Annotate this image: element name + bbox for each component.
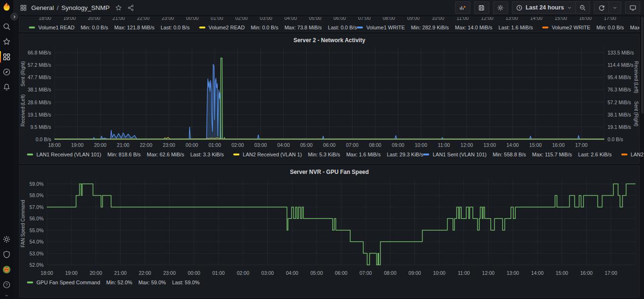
network-plot-area[interactable] (54, 45, 604, 142)
sidebar-item-alerting[interactable] (0, 80, 13, 95)
legend-stat-last: Last: 0.0 B/s (328, 25, 357, 30)
x-tick-label: 00:00 (186, 17, 198, 21)
panel-title[interactable]: Server NVR - GPU Fan Speed (19, 166, 639, 177)
x-tick-label: 01:00 (209, 142, 221, 148)
legend-stat-max: Max: 1.6 MiB/s (346, 152, 381, 157)
legend-stat-last: Last: 59.0% (172, 280, 200, 285)
x-tick-label: 23:00 (161, 17, 174, 21)
dashboard-settings-button[interactable] (493, 1, 508, 14)
compass-icon (2, 68, 11, 76)
breadcrumb-folder[interactable]: General (31, 4, 54, 11)
sidebar-item-configuration[interactable] (0, 232, 13, 247)
star-dashboard-icon[interactable] (115, 4, 122, 11)
sidebar-item-dashboards[interactable] (0, 49, 13, 64)
gpu-y-axis-ticks: 59.0%58.0%57.0%56.0%55.0%54.0%53.0%52.0% (26, 177, 47, 270)
x-tick-label: 09:00 (408, 270, 421, 276)
legend-series-name: LAN1 Received (VLAN 101) (36, 152, 101, 157)
breadcrumb-dashboard-title[interactable]: Synology_SNMP (62, 4, 110, 11)
x-tick-label: 22:00 (139, 270, 151, 276)
x-tick-label: 02:00 (231, 142, 244, 148)
x-tick-label: 18:00 (39, 17, 51, 21)
volume-x-axis: 18:0019:0020:0021:0022:0023:0000:0001:00… (45, 17, 635, 22)
x-tick-label: 19:00 (65, 270, 78, 276)
legend-stat-last: Last: 2.6 KiB/s (578, 152, 612, 157)
legend-item[interactable]: LAN1 Received (VLAN 101)Min: 818.6 B/sMa… (27, 152, 224, 157)
y-tick-label: 19.1 MiB/s (27, 112, 51, 118)
add-panel-button[interactable] (455, 1, 470, 14)
sidebar-item-server-admin[interactable] (0, 247, 13, 262)
sidebar-scroll-more[interactable] (0, 292, 13, 299)
y-tick-label: 28.6 MiB/s (27, 100, 51, 105)
y-tick-label: 133.5 MiB/s (608, 50, 634, 55)
x-tick-label: 03:00 (261, 270, 273, 276)
refresh-interval-dropdown[interactable] (609, 1, 621, 14)
x-tick-label: 14:00 (506, 142, 519, 148)
x-tick-label: 08:00 (383, 17, 395, 21)
y-tick-label: 57.2 MiB/s (608, 100, 631, 105)
x-tick-label: 13:00 (484, 142, 496, 148)
clock-icon (516, 4, 523, 11)
grafana-logo[interactable] (1, 2, 12, 12)
legend-swatch (27, 154, 33, 155)
svg-text:?: ? (6, 282, 8, 287)
navbar-actions: Last 24 hours (455, 1, 640, 14)
x-tick-label: 11:00 (458, 270, 470, 276)
x-tick-label: 02:00 (235, 17, 247, 21)
settings-gear-icon (497, 4, 504, 11)
gpu-plot-area[interactable] (47, 177, 635, 270)
help-icon: ? (2, 281, 11, 289)
sidebar-item-search[interactable] (0, 19, 13, 34)
x-tick-label: 17:00 (605, 270, 617, 276)
chevron-down-icon (612, 5, 618, 10)
x-tick-label: 16:00 (579, 17, 591, 21)
legend-stat-min: Min: 52.0% (106, 280, 132, 285)
x-tick-label: 10:00 (415, 142, 427, 148)
x-tick-label: 08:00 (369, 142, 381, 148)
save-icon (478, 4, 485, 11)
breadcrumb-separator: / (57, 4, 59, 11)
sidebar: ? (0, 0, 13, 299)
legend-stat-max: Max: 115.7 MiB/s (532, 152, 572, 157)
sidebar-expand-button[interactable] (10, 13, 18, 20)
save-dashboard-button[interactable] (474, 1, 489, 14)
user-avatar[interactable] (0, 262, 13, 277)
refresh-button[interactable] (594, 1, 609, 14)
legend-swatch (357, 27, 363, 28)
legend-item[interactable]: GPU Fan Speed CommandMin: 52.0%Max: 59.0… (27, 280, 200, 285)
legend-swatch (233, 154, 239, 155)
panel-network-activity: Server 2 - Network Activity Received (Le… (19, 34, 640, 164)
legend-stat-max: Max: 73.8 MiB/s (284, 25, 322, 30)
y-tick-label: 57.0% (29, 204, 44, 210)
x-tick-label: 18:00 (48, 142, 61, 148)
x-tick-label: 23:00 (163, 270, 176, 276)
legend-stat-min: Min: 558.8 B/s (493, 152, 526, 157)
sidebar-item-help[interactable]: ? (0, 277, 13, 292)
legend-item[interactable]: LAN1 Sent (VLAN 101)Min: 558.8 B/sMax: 1… (423, 152, 611, 157)
cycle-view-mode-button[interactable] (625, 1, 640, 14)
legend-item[interactable]: Volume1 READMin: 0.0 B/sMax: 121.8 MiB/s… (29, 25, 190, 30)
network-right-axis-label: Received (Left) Sent (Right) (633, 45, 639, 142)
legend-swatch (29, 27, 35, 28)
x-tick-label: 12:00 (460, 142, 473, 148)
legend-item[interactable]: Volume2 READMin: 0.0 B/sMax: 73.8 MiB/sL… (199, 25, 357, 30)
x-tick-label: 11:00 (438, 142, 450, 148)
time-range-zoom-out-button[interactable] (576, 1, 590, 14)
legend-item[interactable]: Volume2 WRITEMin: 0.0 B/sMax: 56.7 MiB/s… (542, 25, 640, 30)
legend-swatch (621, 154, 627, 155)
x-tick-label: 19:00 (71, 142, 83, 148)
time-range-picker[interactable]: Last 24 hours (512, 1, 576, 14)
x-tick-label: 23:00 (163, 142, 175, 148)
x-tick-label: 13:00 (505, 17, 518, 21)
y-tick-label: 114.4 MiB/s (608, 62, 634, 68)
scrollbar-thumb[interactable] (641, 17, 644, 114)
y-tick-label: 54.0% (29, 239, 44, 245)
panel-title[interactable]: Server 2 - Network Activity (19, 34, 639, 45)
legend-item[interactable]: Volume1 WRITEMin: 282.9 KiB/sMax: 14.0 M… (357, 25, 533, 30)
sidebar-item-explore[interactable] (0, 64, 13, 80)
network-x-axis: 18:0019:0020:0021:0022:0023:0000:0001:00… (54, 142, 604, 149)
legend-item[interactable]: LAN2 Received (VLAN 1)Min: 5.3 KiB/sMax:… (233, 152, 423, 157)
x-tick-label: 03:00 (255, 142, 267, 148)
y-tick-label: 58.0% (29, 192, 44, 198)
sidebar-item-starred[interactable] (0, 34, 13, 49)
share-dashboard-icon[interactable] (127, 4, 134, 11)
